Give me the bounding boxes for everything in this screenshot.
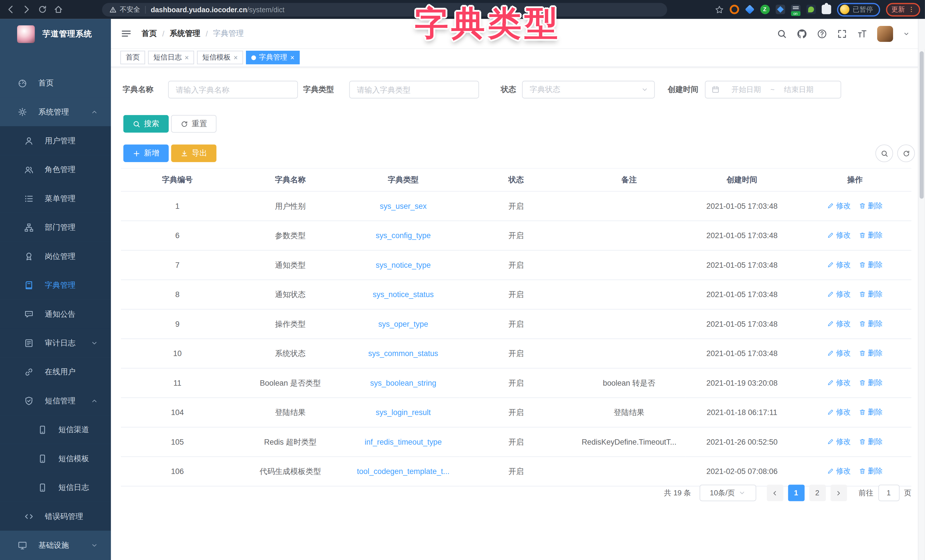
dict-type-link[interactable]: sys_boolean_string [370, 379, 436, 387]
sidebar-item-online-users[interactable]: 在线用户 [0, 357, 111, 386]
sidebar-item-home[interactable]: 首页 [0, 68, 111, 97]
end-date-input[interactable] [776, 85, 821, 94]
sidebar-item-sms-log[interactable]: 短信日志 [0, 473, 111, 501]
github-icon[interactable] [797, 29, 807, 38]
sidebar-toggle-button[interactable] [121, 28, 131, 39]
edit-button[interactable]: 修改 [827, 289, 851, 300]
sidebar-item-notice[interactable]: 通知公告 [0, 300, 111, 328]
dict-name-input[interactable] [168, 81, 298, 99]
edit-button[interactable]: 修改 [827, 260, 851, 270]
date-range-picker[interactable]: ~ [705, 81, 841, 99]
extension-icon-switch[interactable]: on [791, 5, 800, 14]
browser-back-button[interactable] [6, 5, 15, 14]
tab-dict-management[interactable]: 字典管理× [246, 51, 300, 65]
user-avatar[interactable] [877, 26, 893, 42]
sidebar-item-menu-management[interactable]: 菜单管理 [0, 184, 111, 213]
extension-paused-pill[interactable]: 已暂停 [837, 3, 880, 16]
dict-type-link[interactable]: tool_codegen_template_t... [357, 467, 450, 476]
dict-type-link[interactable]: sys_config_type [375, 231, 431, 240]
table-refresh-button[interactable] [897, 145, 915, 162]
edit-button[interactable]: 修改 [827, 230, 851, 241]
delete-button[interactable]: 删除 [859, 319, 883, 329]
add-button[interactable]: 新增 [124, 145, 169, 162]
extension-icon-diamond[interactable] [775, 5, 785, 14]
goto-page-input[interactable] [878, 485, 899, 501]
sidebar-item-sms-channel[interactable]: 短信渠道 [0, 415, 111, 444]
delete-button[interactable]: 删除 [859, 348, 883, 358]
edit-button[interactable]: 修改 [827, 348, 851, 358]
delete-button[interactable]: 删除 [859, 407, 883, 417]
browser-reload-button[interactable] [38, 5, 47, 14]
delete-button[interactable]: 删除 [859, 289, 883, 300]
tab-home[interactable]: 首页 [120, 51, 145, 65]
edit-button[interactable]: 修改 [827, 466, 851, 476]
dict-type-link[interactable]: sys_login_result [375, 408, 431, 417]
dict-type-link[interactable]: inf_redis_timeout_type [365, 438, 442, 446]
extension-icon-green-circle[interactable]: Z [760, 5, 770, 14]
prev-page-button[interactable] [767, 485, 783, 501]
avatar-caret-icon[interactable] [903, 30, 910, 37]
sidebar-item-sms-template[interactable]: 短信模板 [0, 444, 111, 473]
help-icon[interactable] [817, 29, 827, 38]
browser-forward-button[interactable] [22, 5, 31, 14]
sidebar-item-infrastructure[interactable]: 基础设施 [0, 531, 111, 559]
browser-menu-kebab-icon[interactable] [908, 6, 915, 13]
sidebar-item-dict-management[interactable]: 字典管理 [0, 271, 111, 300]
delete-button[interactable]: 删除 [859, 260, 883, 270]
app-logo[interactable]: 芋道管理系统 [0, 19, 111, 50]
tab-sms-log[interactable]: 短信日志× [148, 51, 194, 65]
header-search-icon[interactable] [777, 29, 787, 38]
bookmark-star-icon[interactable] [715, 5, 723, 14]
extension-icon-leaf[interactable] [806, 5, 816, 14]
table-search-toggle-button[interactable] [875, 145, 893, 162]
tab-close-icon[interactable]: × [234, 54, 238, 61]
dict-type-link[interactable]: sys_common_status [368, 349, 438, 358]
dict-type-link[interactable]: sys_notice_type [375, 260, 431, 269]
status-select[interactable]: 字典状态 [522, 81, 655, 99]
browser-address-bar[interactable]: 不安全 dashboard.yudao.iocoder.cn /system/d… [102, 3, 667, 17]
browser-update-button[interactable]: 更新 [886, 3, 920, 16]
breadcrumb-system[interactable]: 系统管理 [170, 28, 200, 39]
fullscreen-icon[interactable] [837, 29, 847, 38]
export-button[interactable]: 导出 [171, 145, 216, 162]
page-size-select[interactable]: 10条/页 [699, 485, 756, 501]
tab-close-icon[interactable]: × [291, 54, 295, 61]
sidebar-item-dept-management[interactable]: 部门管理 [0, 213, 111, 242]
browser-home-button[interactable] [54, 5, 63, 14]
font-size-icon[interactable] [857, 29, 867, 38]
delete-button[interactable]: 删除 [859, 437, 883, 447]
delete-button[interactable]: 删除 [859, 230, 883, 241]
delete-button[interactable]: 删除 [859, 378, 883, 388]
tab-close-icon[interactable]: × [185, 54, 189, 61]
tab-sms-template[interactable]: 短信模板× [197, 51, 243, 65]
sidebar-item-role-management[interactable]: 角色管理 [0, 155, 111, 184]
delete-button[interactable]: 删除 [859, 201, 883, 211]
dict-type-link[interactable]: sys_oper_type [378, 319, 428, 328]
next-page-button[interactable] [830, 485, 847, 501]
sidebar-item-sms-management[interactable]: 短信管理 [0, 386, 111, 415]
sidebar-item-user-management[interactable]: 用户管理 [0, 126, 111, 155]
sidebar-item-post-management[interactable]: 岗位管理 [0, 242, 111, 271]
scrollbar-thumb[interactable] [919, 51, 923, 199]
edit-button[interactable]: 修改 [827, 201, 851, 211]
breadcrumb-home[interactable]: 首页 [142, 28, 157, 39]
edit-button[interactable]: 修改 [827, 437, 851, 447]
delete-button[interactable]: 删除 [859, 466, 883, 476]
edit-button[interactable]: 修改 [827, 319, 851, 329]
start-date-input[interactable] [723, 85, 769, 94]
sidebar-item-system-management[interactable]: 系统管理 [0, 98, 111, 126]
search-button[interactable]: 搜索 [124, 115, 169, 133]
dict-type-input[interactable] [349, 81, 479, 99]
page-button-2[interactable]: 2 [809, 485, 826, 501]
edit-button[interactable]: 修改 [827, 378, 851, 388]
dict-type-link[interactable]: sys_user_sex [380, 202, 427, 211]
dict-type-link[interactable]: sys_notice_status [373, 290, 434, 299]
sidebar-item-error-code[interactable]: 错误码管理 [0, 502, 111, 531]
edit-button[interactable]: 修改 [827, 407, 851, 417]
page-button-1[interactable]: 1 [788, 485, 804, 501]
sidebar-item-audit-log[interactable]: 审计日志 [0, 328, 111, 357]
extension-icon-donut[interactable] [729, 5, 739, 14]
reset-button[interactable]: 重置 [171, 115, 216, 133]
extension-icon-puzzle[interactable] [821, 5, 831, 14]
extension-icon-gem[interactable] [744, 5, 754, 14]
